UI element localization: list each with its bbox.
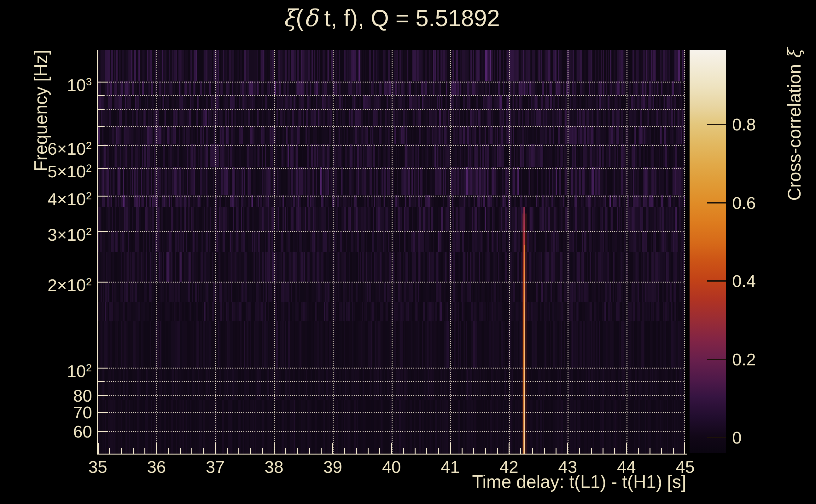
- colorbar-tick-label: 0.8: [732, 114, 756, 135]
- x-minor-tick: [591, 448, 592, 454]
- x-minor-tick: [168, 448, 169, 454]
- y-minor-tick: [98, 126, 104, 127]
- x-minor-tick: [426, 448, 427, 454]
- x-minor-tick: [203, 448, 204, 454]
- x-minor-tick: [121, 448, 122, 454]
- y-major-tick: [98, 168, 108, 169]
- x-minor-tick: [144, 448, 145, 454]
- x-axis-title: Time delay: t(L1) - t(H1) [s]: [472, 471, 686, 492]
- colorbar-tick: [707, 124, 726, 125]
- x-major-tick: [626, 443, 627, 454]
- x-axis-line: [97, 454, 687, 455]
- x-major-tick: [684, 443, 685, 454]
- heatmap-plot-area: [98, 50, 685, 454]
- y-tick-label: 2×102: [0, 272, 92, 292]
- colorbar-tick: [707, 359, 726, 360]
- x-major-tick: [391, 443, 392, 454]
- x-minor-tick: [579, 448, 580, 454]
- title-segment: ξ: [784, 49, 805, 59]
- x-major-tick: [332, 443, 333, 454]
- x-major-tick: [274, 443, 275, 454]
- title-segment: Cross-correlation: [784, 59, 804, 201]
- x-minor-tick: [309, 448, 310, 454]
- y-tick-label: 70: [0, 402, 92, 422]
- y-major-tick: [98, 395, 108, 396]
- x-minor-tick: [191, 448, 192, 454]
- y-tick-label: 5×102: [0, 158, 92, 178]
- v-gridline: [567, 50, 568, 454]
- title-segment: (: [296, 5, 304, 31]
- x-minor-tick: [109, 448, 110, 454]
- x-major-tick: [508, 443, 509, 454]
- x-minor-tick: [638, 448, 639, 454]
- colorbar-title: Cross-correlation ξ: [784, 49, 805, 201]
- y-major-tick: [98, 82, 108, 83]
- figure-root: ξ(δ t, f), Q = 5.51892 Frequency [Hz] 10…: [0, 0, 816, 504]
- colorbar-tick: [707, 202, 726, 203]
- y-minor-tick: [98, 95, 104, 96]
- x-minor-tick: [356, 448, 357, 454]
- x-tick-label: 35: [69, 457, 126, 476]
- v-gridline: [216, 50, 216, 454]
- chart-title: ξ(δ t, f), Q = 5.51892: [98, 4, 685, 31]
- y-tick-label: 4×102: [0, 186, 92, 206]
- v-gridline: [392, 50, 393, 454]
- v-gridline: [627, 50, 628, 454]
- x-minor-tick: [532, 448, 533, 454]
- v-gridline: [509, 50, 510, 454]
- y-major-tick: [98, 145, 108, 146]
- y-major-tick: [98, 368, 108, 369]
- x-major-tick: [450, 443, 451, 454]
- x-minor-tick: [438, 448, 439, 454]
- x-minor-tick: [485, 448, 486, 454]
- x-tick-label: 37: [187, 457, 244, 476]
- y-tick-label: 103: [0, 72, 92, 92]
- x-minor-tick: [180, 448, 181, 454]
- v-gridline: [274, 50, 275, 454]
- x-minor-tick: [403, 448, 404, 454]
- x-major-tick: [567, 443, 568, 454]
- x-tick-label: 36: [128, 457, 185, 476]
- colorbar-tick: [707, 280, 726, 282]
- y-minor-tick: [98, 381, 104, 382]
- title-segment: δ: [304, 4, 318, 31]
- y-axis-line: [97, 50, 98, 455]
- y-tick-label: 6×102: [0, 135, 92, 156]
- v-gridline: [450, 50, 451, 454]
- v-gridline: [333, 50, 334, 454]
- x-minor-tick: [321, 448, 322, 454]
- x-minor-tick: [285, 448, 286, 454]
- x-minor-tick: [344, 448, 345, 454]
- x-tick-label: 40: [363, 457, 420, 476]
- x-major-tick: [156, 443, 157, 454]
- colorbar-gradient: [690, 50, 726, 453]
- x-minor-tick: [262, 448, 263, 454]
- x-minor-tick: [602, 448, 603, 454]
- y-tick-label: 3×102: [0, 221, 92, 242]
- x-minor-tick: [650, 448, 651, 454]
- x-minor-tick: [555, 448, 556, 454]
- x-minor-tick: [379, 448, 380, 454]
- x-minor-tick: [462, 448, 463, 454]
- x-major-tick: [215, 443, 216, 454]
- x-minor-tick: [673, 448, 674, 454]
- v-gridline: [684, 50, 685, 454]
- x-minor-tick: [497, 448, 498, 454]
- title-segment: t, f), Q = 5.51892: [318, 5, 500, 31]
- x-minor-tick: [614, 448, 615, 454]
- colorbar-tick-label: 0: [732, 427, 742, 448]
- x-minor-tick: [239, 448, 239, 454]
- x-minor-tick: [227, 448, 228, 454]
- colorbar-tick-label: 0.2: [732, 349, 756, 369]
- x-tick-label: 39: [304, 457, 361, 476]
- x-tick-label: 41: [422, 457, 479, 476]
- x-minor-tick: [415, 448, 416, 454]
- y-major-tick: [98, 431, 108, 432]
- x-minor-tick: [520, 448, 521, 454]
- colorbar-tick: [707, 437, 726, 438]
- x-minor-tick: [544, 448, 545, 454]
- x-minor-tick: [250, 448, 251, 454]
- title-segment: ξ: [283, 4, 296, 31]
- x-minor-tick: [368, 448, 369, 454]
- x-minor-tick: [297, 448, 298, 454]
